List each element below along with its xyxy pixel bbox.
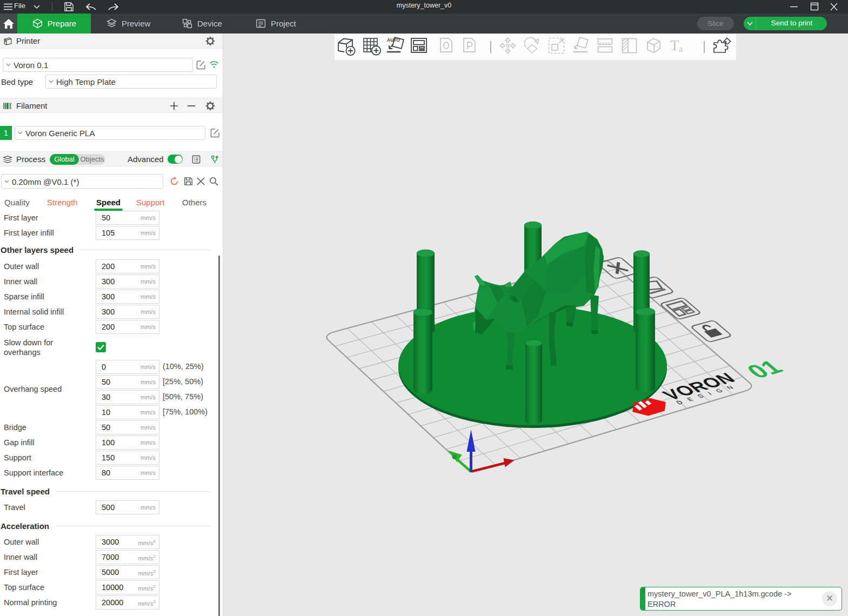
svg-text:a: a xyxy=(679,44,683,53)
svg-text:T: T xyxy=(670,37,679,53)
